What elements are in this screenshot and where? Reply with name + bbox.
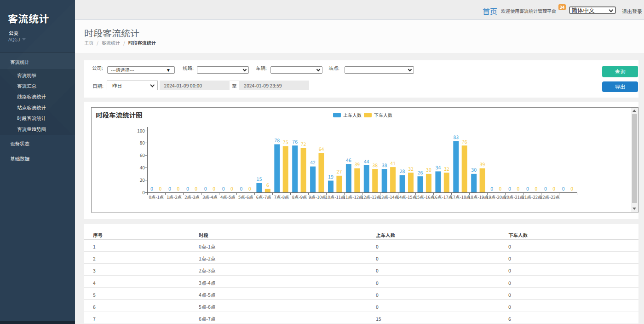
svg-text:14点-15点: 14点-15点 xyxy=(397,194,416,200)
svg-text:26: 26 xyxy=(417,169,423,176)
svg-text:39: 39 xyxy=(479,161,485,168)
svg-text:0: 0 xyxy=(508,185,511,192)
svg-text:17点-18点: 17点-18点 xyxy=(450,194,470,200)
svg-text:76: 76 xyxy=(461,138,467,145)
svg-text:15点-16点: 15点-16点 xyxy=(414,194,434,200)
svg-text:0: 0 xyxy=(499,185,501,192)
svg-text:0: 0 xyxy=(204,185,207,192)
svg-text:8点-9点: 8点-9点 xyxy=(292,194,307,200)
svg-text:46: 46 xyxy=(346,156,351,163)
svg-text:4点-5点: 4点-5点 xyxy=(220,194,236,200)
svg-text:5点-6点: 5点-6点 xyxy=(238,194,253,200)
svg-text:22点-23点: 22点-23点 xyxy=(540,194,560,200)
svg-text:16点-17点: 16点-17点 xyxy=(432,194,452,200)
svg-text:1点-2点: 1点-2点 xyxy=(167,194,182,200)
svg-text:2点-3点: 2点-3点 xyxy=(184,194,200,200)
svg-text:83: 83 xyxy=(453,133,459,140)
svg-text:41: 41 xyxy=(390,160,396,167)
svg-text:34: 34 xyxy=(435,164,441,171)
svg-text:21点-22点: 21点-22点 xyxy=(522,194,542,200)
svg-text:0: 0 xyxy=(535,185,537,192)
svg-text:6点-7点: 6点-7点 xyxy=(256,194,271,200)
svg-text:10点-11点: 10点-11点 xyxy=(325,194,345,200)
svg-text:3点-4点: 3点-4点 xyxy=(202,194,218,200)
svg-text:0: 0 xyxy=(159,185,161,192)
svg-text:0: 0 xyxy=(248,185,251,192)
svg-text:0: 0 xyxy=(186,185,189,192)
svg-text:76: 76 xyxy=(292,138,298,145)
svg-text:80: 80 xyxy=(139,139,145,146)
svg-text:0: 0 xyxy=(552,185,555,192)
svg-text:6: 6 xyxy=(266,181,269,188)
svg-text:0: 0 xyxy=(195,185,197,192)
svg-text:20: 20 xyxy=(139,176,145,183)
svg-text:60: 60 xyxy=(139,151,145,158)
svg-text:72: 72 xyxy=(300,140,306,147)
svg-text:30: 30 xyxy=(471,166,477,173)
svg-text:100: 100 xyxy=(137,127,145,134)
svg-text:0: 0 xyxy=(168,185,171,192)
svg-text:40: 40 xyxy=(139,164,145,171)
svg-text:0: 0 xyxy=(562,185,564,192)
svg-text:27: 27 xyxy=(336,168,342,175)
svg-text:38: 38 xyxy=(372,162,378,168)
svg-text:18点-19点: 18点-19点 xyxy=(468,194,488,200)
svg-text:0: 0 xyxy=(222,185,224,192)
svg-text:0: 0 xyxy=(517,185,519,192)
svg-text:32: 32 xyxy=(408,165,414,172)
svg-text:7点-8点: 7点-8点 xyxy=(274,194,289,200)
svg-text:39: 39 xyxy=(354,161,360,168)
svg-text:12点-13点: 12点-13点 xyxy=(361,194,381,200)
svg-text:20点-21点: 20点-21点 xyxy=(504,194,524,200)
svg-text:11点-12点: 11点-12点 xyxy=(343,194,363,200)
svg-text:0: 0 xyxy=(177,185,179,192)
svg-text:19点-20点: 19点-20点 xyxy=(486,194,506,200)
svg-text:75: 75 xyxy=(282,139,288,145)
svg-text:0: 0 xyxy=(526,185,529,192)
svg-text:64: 64 xyxy=(318,145,324,152)
svg-text:78: 78 xyxy=(274,137,280,144)
svg-text:44: 44 xyxy=(364,158,369,165)
svg-text:30: 30 xyxy=(426,166,431,173)
svg-text:0: 0 xyxy=(570,185,573,192)
svg-text:42: 42 xyxy=(310,159,316,166)
svg-text:13点-14点: 13点-14点 xyxy=(379,194,398,200)
svg-text:38: 38 xyxy=(381,162,387,168)
svg-text:0: 0 xyxy=(240,185,242,192)
svg-text:0: 0 xyxy=(490,185,493,192)
svg-text:19: 19 xyxy=(328,173,334,180)
svg-text:9点-10点: 9点-10点 xyxy=(308,194,326,200)
svg-text:0点-1点: 0点-1点 xyxy=(149,194,164,200)
svg-text:28: 28 xyxy=(399,168,405,174)
svg-text:32: 32 xyxy=(444,165,449,172)
svg-text:0: 0 xyxy=(230,185,233,192)
svg-text:0: 0 xyxy=(150,185,153,192)
svg-text:15: 15 xyxy=(256,175,262,182)
svg-text:0: 0 xyxy=(544,185,546,192)
svg-text:0: 0 xyxy=(213,185,215,192)
svg-text:0: 0 xyxy=(142,189,145,196)
